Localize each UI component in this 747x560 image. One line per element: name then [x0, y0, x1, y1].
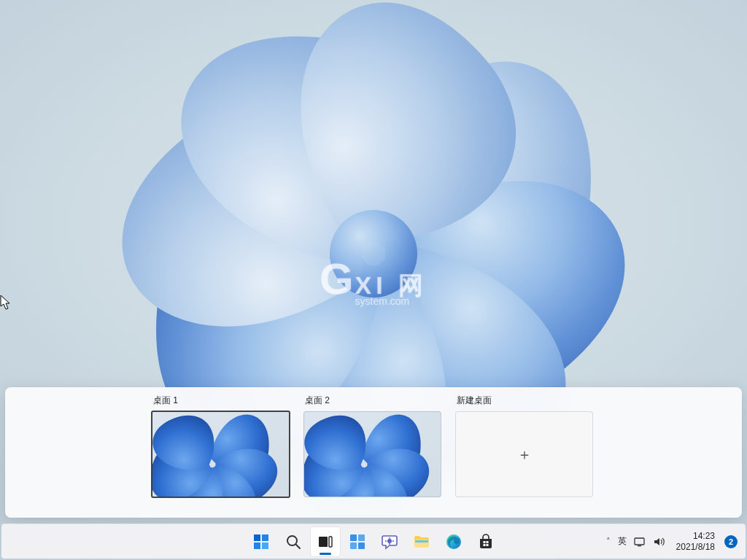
svg-rect-10: [358, 534, 365, 541]
search-button[interactable]: [279, 527, 308, 556]
system-tray[interactable]: ˄ 英: [600, 527, 670, 556]
new-desktop-button[interactable]: ＋: [455, 411, 593, 497]
new-virtual-desktop[interactable]: 新建桌面 ＋: [455, 394, 595, 497]
svg-point-13: [387, 539, 392, 543]
edge-icon: [445, 533, 462, 551]
file-explorer-button[interactable]: [407, 527, 436, 556]
virtual-desktop-thumbnail[interactable]: [152, 411, 290, 497]
ime-indicator[interactable]: 英: [618, 535, 627, 548]
svg-rect-12: [358, 542, 365, 549]
taskbar-right: ˄ 英 14:23 2021/8/18 2: [600, 524, 741, 559]
clock-time: 14:23: [693, 531, 715, 542]
svg-rect-1: [254, 534, 260, 541]
plus-icon: ＋: [517, 447, 532, 462]
watermark-g: G: [320, 254, 354, 304]
svg-rect-4: [262, 542, 268, 549]
mouse-cursor: [0, 295, 12, 311]
virtual-desktop-1[interactable]: 桌面 1: [152, 394, 292, 497]
svg-rect-19: [487, 544, 489, 546]
virtual-desktop-label: 桌面 1: [153, 394, 292, 407]
start-icon: [252, 533, 270, 551]
svg-rect-17: [487, 541, 489, 543]
virtual-desktop-thumbnail[interactable]: [303, 411, 441, 497]
store-button[interactable]: [471, 527, 500, 556]
svg-rect-18: [484, 544, 486, 546]
chat-button[interactable]: [375, 527, 404, 556]
svg-point-5: [287, 536, 297, 545]
tray-overflow-icon[interactable]: ˄: [606, 537, 611, 546]
svg-rect-16: [484, 541, 486, 543]
start-button[interactable]: [247, 527, 276, 556]
svg-rect-9: [350, 534, 357, 541]
new-desktop-label: 新建桌面: [457, 394, 595, 407]
svg-rect-2: [262, 534, 268, 541]
svg-rect-11: [350, 542, 357, 549]
explorer-icon: [413, 533, 430, 551]
network-icon[interactable]: [634, 536, 646, 548]
svg-point-0: [330, 210, 417, 298]
svg-line-6: [296, 545, 300, 548]
chat-icon: [381, 533, 398, 551]
volume-icon[interactable]: [653, 536, 665, 548]
taskbar-center: [247, 527, 500, 556]
clock[interactable]: 14:23 2021/8/18: [672, 527, 719, 556]
watermark: G XI 网 system.com: [320, 254, 427, 306]
widgets-icon: [349, 533, 366, 551]
edge-button[interactable]: [439, 527, 468, 556]
task-view-button[interactable]: [311, 527, 340, 556]
notification-badge: 2: [724, 535, 738, 548]
store-icon: [477, 533, 495, 551]
svg-rect-21: [638, 545, 641, 546]
virtual-desktop-label: 桌面 2: [305, 394, 444, 407]
svg-rect-14: [415, 540, 428, 542]
taskview-icon: [317, 533, 334, 551]
virtual-desktop-2[interactable]: 桌面 2: [303, 394, 444, 497]
svg-rect-3: [254, 542, 260, 549]
task-view-panel: 桌面 1: [5, 387, 742, 518]
clock-date: 2021/8/18: [676, 542, 715, 553]
svg-rect-7: [319, 537, 328, 547]
notifications-button[interactable]: 2: [721, 527, 741, 556]
search-icon: [285, 533, 302, 551]
svg-rect-20: [635, 538, 644, 545]
svg-rect-8: [329, 537, 332, 547]
widgets-button[interactable]: [343, 527, 372, 556]
taskbar: ˄ 英 14:23 2021/8/18 2: [1, 524, 746, 559]
